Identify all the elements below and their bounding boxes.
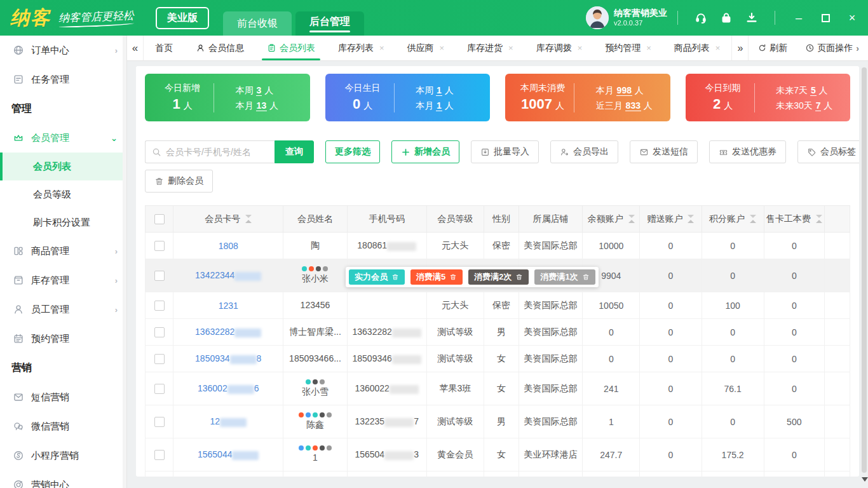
select-all-checkbox[interactable] — [154, 214, 165, 224]
sidebar-item[interactable]: 小程序营销 — [0, 441, 126, 470]
toolbar-button-5[interactable]: 发送优惠券 — [709, 140, 786, 163]
tag-delete-icon[interactable] — [512, 273, 523, 281]
member-card-number[interactable]: 1231 — [219, 301, 238, 311]
minimize-button[interactable]: – — [785, 7, 812, 29]
page-tab-6[interactable]: 库存调拨× — [525, 36, 594, 60]
sort-icon[interactable] — [688, 215, 694, 223]
edition-button[interactable]: 美业版 — [156, 7, 209, 29]
sidebar-item[interactable]: 订单中心› — [0, 36, 126, 65]
row-checkbox[interactable] — [154, 271, 165, 281]
column-header[interactable]: 赠送账户 — [640, 206, 702, 233]
sidebar-item[interactable]: 会员管理⌄ — [0, 123, 126, 152]
sidebar-item[interactable]: 库存管理› — [0, 266, 126, 295]
tag-delete-icon[interactable] — [578, 273, 590, 281]
table-row[interactable]: 18509348185093466...18509346测试等级女美资国际总部0… — [146, 346, 850, 372]
user-meta[interactable]: 纳客营销美业 v2.0.0.37 — [614, 8, 667, 27]
tabs-overflow-button[interactable]: » — [731, 36, 748, 60]
table-row[interactable]: 1808陶180861元大头保密美资国际总部10000000 — [146, 233, 850, 259]
member-card-number[interactable]: 13632282 — [195, 327, 261, 337]
member-card-number[interactable]: 12 — [210, 416, 247, 426]
member-tag[interactable]: 消费满5 — [410, 269, 463, 285]
scrollbar-thumb[interactable] — [862, 67, 867, 473]
toolbar-button-6[interactable]: 会员标签 — [797, 140, 859, 163]
row-checkbox[interactable] — [154, 327, 165, 337]
tab-close-icon[interactable]: × — [646, 43, 651, 53]
toolbar-button-2[interactable]: 批量导入 — [471, 140, 539, 163]
download-icon[interactable] — [739, 7, 764, 29]
search-input[interactable] — [166, 147, 268, 157]
toolbar-button-4[interactable]: 发送短信 — [630, 140, 698, 163]
sidebar-subitem[interactable]: 会员等级 — [0, 180, 126, 208]
toolbar-button-1[interactable]: 新增会员 — [391, 140, 459, 163]
row-checkbox[interactable] — [154, 384, 165, 394]
page-tab-7[interactable]: 预约管理× — [593, 36, 663, 60]
tag-delete-icon[interactable] — [388, 273, 399, 281]
customer-service-icon[interactable] — [688, 7, 714, 29]
sidebar-subitem[interactable]: 刷卡积分设置 — [0, 208, 126, 236]
page-tab-3[interactable]: 库存列表× — [327, 36, 396, 60]
column-header[interactable]: 会员卡号 — [173, 206, 283, 233]
page-tab-8[interactable]: 商品列表× — [663, 36, 732, 60]
search-field[interactable] — [145, 140, 275, 163]
avatar[interactable] — [586, 6, 609, 29]
collapse-sidebar-button[interactable]: « — [127, 36, 144, 60]
sort-icon[interactable] — [628, 215, 635, 223]
member-card-number[interactable]: 18509348 — [195, 353, 261, 363]
member-card-number[interactable]: 13422344 — [195, 270, 261, 280]
delete-member-button[interactable]: 删除会员 — [145, 170, 213, 193]
column-header[interactable]: 积分账户 — [702, 206, 764, 233]
sidebar-item[interactable]: 预约管理 — [0, 324, 126, 353]
main-nav-tab-1[interactable]: 后台管理 — [295, 11, 364, 36]
close-button[interactable]: × — [839, 7, 865, 29]
sidebar-item[interactable]: 微信营销 — [0, 412, 126, 441]
sidebar-item[interactable]: 短信营销 — [0, 383, 126, 412]
tag-delete-icon[interactable] — [445, 273, 457, 281]
sidebar-item[interactable]: 商品管理› — [0, 236, 126, 266]
tab-action-0[interactable]: 刷新 — [749, 36, 796, 60]
toolbar-button-0[interactable]: 更多筛选 — [325, 140, 380, 163]
sort-icon[interactable] — [245, 215, 252, 223]
tab-close-icon[interactable]: × — [379, 43, 384, 53]
tab-close-icon[interactable]: × — [578, 43, 583, 53]
tab-action-1[interactable]: 页面操作› — [796, 36, 868, 60]
member-card-number[interactable]: 1360026 — [198, 383, 259, 393]
sort-icon[interactable] — [750, 215, 756, 223]
table-row[interactable]: 156504411565043黄金会员女美业环球港店247.70175.20 — [146, 438, 850, 471]
row-checkbox[interactable] — [154, 301, 165, 311]
row-checkbox[interactable] — [154, 354, 165, 364]
column-header[interactable]: 售卡工本费 — [764, 206, 824, 233]
page-tab-2[interactable]: 会员列表 — [255, 36, 327, 60]
maximize-button[interactable] — [812, 7, 839, 29]
vertical-scrollbar[interactable] — [862, 67, 867, 473]
table-row[interactable]: 12陈鑫1322357测试等级男美资国际总部100500 — [146, 405, 850, 438]
row-checkbox[interactable] — [154, 417, 165, 427]
sort-icon[interactable] — [816, 215, 822, 223]
page-tab-4[interactable]: 供应商× — [395, 36, 456, 60]
sidebar-item[interactable]: 员工管理› — [0, 295, 126, 324]
tab-close-icon[interactable]: × — [715, 43, 721, 53]
row-checkbox[interactable] — [154, 241, 165, 251]
page-tab-5[interactable]: 库存进货× — [456, 36, 525, 60]
column-header[interactable]: 余额账户 — [583, 206, 640, 233]
tab-close-icon[interactable]: × — [439, 43, 444, 53]
sidebar-item[interactable]: 营销中心 — [0, 470, 126, 488]
member-card-number[interactable]: 1565044 — [198, 449, 259, 459]
toolbar-button-3[interactable]: 会员导出 — [550, 140, 618, 163]
sidebar-item[interactable]: 任务管理 — [0, 65, 126, 94]
member-card-number[interactable]: 1808 — [219, 241, 238, 251]
tab-close-icon[interactable]: × — [508, 43, 513, 53]
lock-icon[interactable] — [714, 7, 739, 29]
member-tag[interactable]: 消费满1次 — [534, 269, 595, 285]
member-tag[interactable]: 实力会员 — [349, 269, 405, 285]
member-tag[interactable]: 消费满2次 — [468, 269, 529, 285]
row-checkbox[interactable] — [154, 450, 165, 460]
table-row[interactable]: 1231123456元大头保密美资国际总部1005001000 — [146, 292, 850, 319]
table-row[interactable]: 13632282博士智库梁...13632282测试等级男美资国际总部0000 — [146, 319, 850, 346]
page-tab-1[interactable]: 会员信息 — [184, 36, 255, 60]
page-tab-0[interactable]: 首页 — [144, 36, 184, 60]
search-button[interactable]: 查询 — [275, 140, 314, 163]
sidebar-scrollbar[interactable] — [123, 36, 126, 488]
main-nav-tab-0[interactable]: 前台收银 — [223, 11, 292, 36]
scrollbar-down-arrow[interactable] — [862, 477, 868, 482]
table-row[interactable]: 1360026张小雪1360022苹果3班女美资国际总部241076.10 — [146, 372, 850, 405]
